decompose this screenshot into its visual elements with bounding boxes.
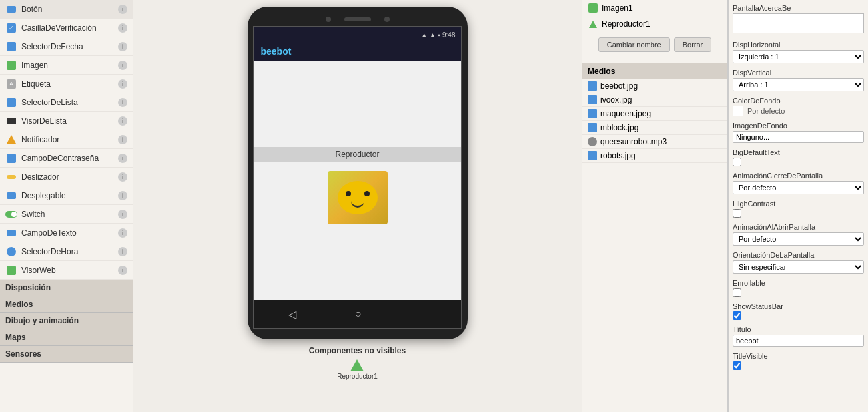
sidebar-item-selectorhora[interactable]: SelectorDeHora i bbox=[0, 242, 133, 261]
nav-home-button[interactable]: ○ bbox=[355, 308, 362, 320]
sidebar-label-boton: Botón bbox=[21, 5, 118, 14]
phone-camera2 bbox=[384, 17, 390, 22]
sidebar-label-desplegable: Desplegable bbox=[21, 191, 118, 200]
sidebar-label-casilla: CasillaDeVerificación bbox=[21, 23, 118, 33]
info-icon-etiqueta[interactable]: i bbox=[118, 79, 127, 89]
nav-back-button[interactable]: ◁ bbox=[288, 308, 296, 321]
prop-disphorizontal: DispHorizontal Izquierda : 1 bbox=[733, 41, 864, 63]
info-icon-selectorfecha[interactable]: i bbox=[118, 42, 127, 51]
tree-item-reproductor1[interactable]: Reproductor1 bbox=[582, 16, 727, 32]
media-label-queesunrobot: queesunrobot.mp3 bbox=[600, 137, 667, 146]
showstatusbar-checkbox[interactable] bbox=[733, 311, 741, 320]
tree-item-imagen1[interactable]: Imagen1 bbox=[582, 0, 727, 16]
info-icon-imagen[interactable]: i bbox=[118, 61, 127, 70]
media-item-queesunrobot[interactable]: queesunrobot.mp3 bbox=[582, 135, 727, 149]
delete-button[interactable]: Borrar bbox=[674, 37, 712, 52]
media-icon-mblock bbox=[588, 123, 597, 132]
sidebar-item-desplegable[interactable]: Desplegable i bbox=[0, 186, 133, 205]
highcontrast-checkbox[interactable] bbox=[733, 209, 741, 218]
selectorlista-icon bbox=[5, 97, 17, 108]
color-swatch[interactable] bbox=[733, 106, 743, 116]
info-icon-selectorlista[interactable]: i bbox=[118, 98, 127, 107]
section-dibujo[interactable]: Dibujo y animación bbox=[0, 313, 133, 329]
media-item-robots[interactable]: robots.jpg bbox=[582, 149, 727, 163]
titlevisible-checkbox[interactable] bbox=[733, 361, 741, 370]
info-icon-switch[interactable]: i bbox=[118, 210, 127, 219]
info-icon-desplegable[interactable]: i bbox=[118, 191, 127, 200]
imagendefondo-input[interactable] bbox=[733, 131, 864, 143]
section-disposicion[interactable]: Disposición bbox=[0, 280, 133, 296]
pantallaacercabe-label: PantallaAcercaBe bbox=[733, 4, 864, 12]
media-label-ivoox: ivoox.jpg bbox=[600, 95, 632, 104]
info-icon-visorweb[interactable]: i bbox=[118, 266, 127, 275]
phone-top bbox=[253, 17, 462, 22]
info-icon-casilla[interactable]: i bbox=[118, 23, 127, 33]
media-item-ivoox[interactable]: ivoox.jpg bbox=[582, 93, 727, 107]
info-icon-notificador[interactable]: i bbox=[118, 135, 127, 144]
prop-titlevisible: TitleVisible bbox=[733, 352, 864, 370]
media-item-mblock[interactable]: mblock.jpg bbox=[582, 121, 727, 135]
info-icon-visorlista[interactable]: i bbox=[118, 116, 127, 126]
sidebar-item-boton[interactable]: Botón i bbox=[0, 0, 133, 19]
dispvertical-select[interactable]: Arriba : 1 bbox=[733, 78, 864, 91]
sidebar-item-selectorlista[interactable]: SelectorDeLista i bbox=[0, 93, 133, 112]
tree-label-imagen1: Imagen1 bbox=[602, 3, 633, 13]
sidebar-label-selectorfecha: SelectorDeFecha bbox=[21, 42, 118, 51]
info-icon-campocontrasena[interactable]: i bbox=[118, 154, 127, 163]
disphorizontal-select[interactable]: Izquierda : 1 bbox=[733, 50, 864, 63]
imagen1-tree-icon bbox=[588, 3, 598, 13]
selectorfecha-icon bbox=[5, 41, 17, 53]
info-icon-selectorhora[interactable]: i bbox=[118, 247, 127, 256]
info-icon-campotexto[interactable]: i bbox=[118, 228, 127, 238]
sidebar-item-selectorfecha[interactable]: SelectorDeFecha i bbox=[0, 37, 133, 56]
sidebar-item-campotexto[interactable]: CampoDeTexto i bbox=[0, 224, 133, 242]
sidebar-item-switch[interactable]: Switch i bbox=[0, 205, 133, 224]
animacioncierre-select[interactable]: Por defecto bbox=[733, 181, 864, 194]
boton-icon bbox=[5, 3, 17, 15]
section-maps[interactable]: Maps bbox=[0, 329, 133, 346]
sidebar-label-switch: Switch bbox=[21, 210, 118, 219]
reproductor-triangle-icon bbox=[350, 359, 364, 371]
desplegable-icon bbox=[5, 190, 17, 202]
media-label-robots: robots.jpg bbox=[600, 151, 636, 160]
section-sensores[interactable]: Sensores bbox=[0, 346, 133, 363]
bigdefaulttext-checkbox[interactable] bbox=[733, 158, 741, 166]
sidebar-item-deslizador[interactable]: Deslizador i bbox=[0, 168, 133, 186]
prop-enrollable: Enrollable bbox=[733, 279, 864, 297]
sidebar-item-casilla[interactable]: ✓ CasillaDeVerificación i bbox=[0, 19, 133, 37]
reproductor1-tree-icon bbox=[588, 19, 598, 29]
orientacion-select[interactable]: Sin especificar bbox=[733, 260, 864, 274]
reproductor1-item[interactable]: Reproductor1 bbox=[309, 359, 406, 380]
reproductor1-label: Reproductor1 bbox=[337, 373, 378, 380]
sidebar-item-imagen[interactable]: Imagen i bbox=[0, 56, 133, 75]
tree-label-reproductor1: Reproductor1 bbox=[602, 19, 650, 29]
media-item-maqueen[interactable]: maqueen.jpeg bbox=[582, 107, 727, 121]
enrollable-checkbox[interactable] bbox=[733, 288, 741, 297]
enrollable-checkbox-row bbox=[733, 288, 864, 297]
section-medios[interactable]: Medios bbox=[0, 296, 133, 313]
media-header: Medios bbox=[582, 63, 727, 79]
player-image bbox=[328, 171, 388, 224]
app-title: beebot bbox=[261, 46, 292, 57]
info-icon-boton[interactable]: i bbox=[118, 5, 127, 14]
rename-button[interactable]: Cambiar nombre bbox=[598, 37, 670, 52]
sidebar-item-visorlista[interactable]: VisorDeLista i bbox=[0, 112, 133, 130]
sidebar-item-etiqueta[interactable]: A Etiqueta i bbox=[0, 75, 133, 93]
left-sidebar: Botón i ✓ CasillaDeVerificación i Select… bbox=[0, 0, 133, 412]
titulo-input[interactable] bbox=[733, 335, 864, 347]
sidebar-label-visorlista: VisorDeLista bbox=[21, 116, 118, 126]
titlevisible-checkbox-row bbox=[733, 361, 864, 370]
info-icon-deslizador[interactable]: i bbox=[118, 172, 127, 182]
screen-content[interactable]: Reproductor bbox=[254, 61, 461, 300]
imagendefondo-label: ImagenDeFondo bbox=[733, 122, 864, 130]
selectorhora-icon bbox=[5, 246, 17, 258]
sidebar-label-etiqueta: Etiqueta bbox=[21, 79, 118, 89]
sidebar-item-notificador[interactable]: Notificador i bbox=[0, 130, 133, 149]
animacionalabrir-select[interactable]: Por defecto bbox=[733, 232, 864, 246]
nav-square-button[interactable]: □ bbox=[420, 308, 426, 320]
bee-eye-left bbox=[346, 191, 351, 196]
sidebar-item-campocontrasena[interactable]: CampoDeContraseña i bbox=[0, 149, 133, 168]
media-item-beebot[interactable]: beebot.jpg bbox=[582, 79, 727, 93]
pantallaacercabe-input[interactable] bbox=[733, 13, 864, 33]
sidebar-item-visorweb[interactable]: VisorWeb i bbox=[0, 261, 133, 280]
